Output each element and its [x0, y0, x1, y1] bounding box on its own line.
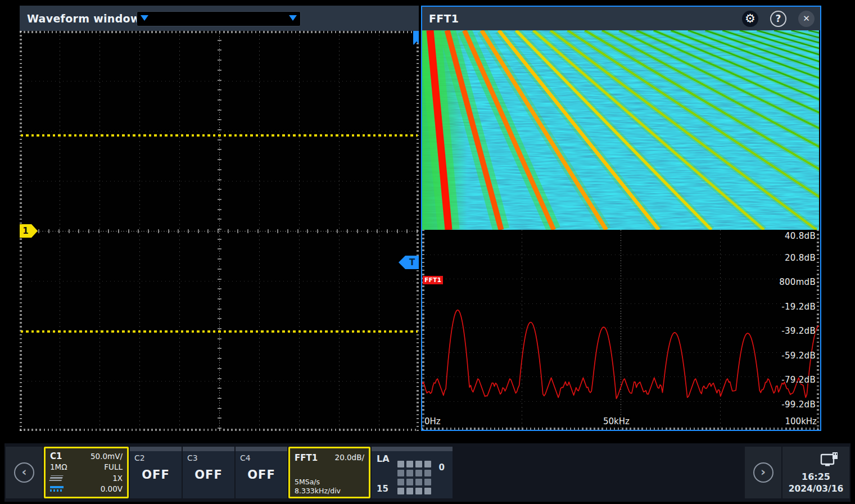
- db-axis-label: -79.2dB: [781, 375, 816, 385]
- fft1-panel[interactable]: FFT1 20.0dB/ 5MSa/s 8.333kHz/div: [288, 447, 370, 498]
- channel-c4-panel[interactable]: C4 OFF: [236, 447, 287, 498]
- c1-offset: 0.00V: [101, 484, 123, 493]
- la-grid-square: [424, 461, 431, 467]
- fft1-sample-rate: 5MSa/s: [295, 478, 320, 486]
- la-name: LA: [377, 453, 390, 464]
- la-grid-square: [415, 479, 422, 485]
- fft1-window-header: FFT1 ⚙ ? ✕: [422, 7, 820, 30]
- channel-c1-panel[interactable]: C1 50.0mV/ 1MΩ FULL 1X 0.00V: [44, 447, 129, 498]
- channel-c2-panel[interactable]: C2 OFF: [130, 447, 182, 498]
- c2-state: OFF: [130, 468, 182, 482]
- la-grid-square: [424, 488, 431, 494]
- waveform-grid-area: 1 T: [20, 31, 419, 431]
- la-value-low: 15: [377, 484, 388, 494]
- fft1-trace-badge[interactable]: FFT1: [423, 276, 443, 284]
- db-axis-label: 800mdB: [779, 277, 816, 287]
- logic-analyzer-panel[interactable]: LA 0 15: [372, 447, 453, 498]
- bottom-status-bar: ‹ C1 50.0mV/ 1MΩ FULL 1X 0.00V: [4, 443, 851, 502]
- waveform-window-header: Waveform window: [20, 6, 419, 31]
- db-axis-label: 20.8dB: [785, 253, 816, 263]
- clock-date: 2024/03/16: [782, 484, 849, 494]
- la-grid-square: [415, 461, 422, 467]
- la-channel-grid-icon: [397, 461, 432, 494]
- la-grid-square: [415, 488, 422, 494]
- c1-trace-high-level: [21, 134, 418, 137]
- c3-name: C3: [187, 453, 198, 462]
- la-grid-square: [424, 470, 431, 476]
- settings-gear-icon[interactable]: ⚙: [742, 11, 758, 27]
- db-axis-label: -19.2dB: [781, 302, 816, 312]
- chevron-left-icon: ‹: [14, 462, 34, 483]
- chevron-right-icon: ›: [753, 462, 773, 483]
- fft1-window: FFT1 ⚙ ? ✕: [421, 6, 821, 431]
- c2-name: C2: [134, 453, 145, 462]
- bandwidth-limit-icon: [50, 486, 64, 492]
- fft-spectrogram: [422, 30, 819, 230]
- c1-impedance: 1MΩ: [50, 462, 67, 471]
- prev-page-button[interactable]: ‹: [6, 447, 43, 498]
- channel-c3-panel[interactable]: C3 OFF: [183, 447, 234, 498]
- c4-name: C4: [240, 453, 251, 462]
- freq-axis-label-100khz: 100kHz: [785, 416, 817, 426]
- fft-trace: [422, 310, 819, 399]
- center-axis-ticks-v: [218, 31, 221, 431]
- c1-attenuation: 1X: [112, 474, 123, 483]
- channel-1-offset-marker[interactable]: 1: [20, 224, 31, 238]
- c1-scale: 50.0mV/: [91, 452, 123, 461]
- c3-state: OFF: [183, 468, 234, 482]
- close-icon[interactable]: ✕: [798, 11, 815, 27]
- fft1-scale: 20.0dB/: [335, 453, 364, 463]
- la-grid-square: [406, 479, 413, 485]
- c1-name: C1: [50, 451, 62, 461]
- la-grid-square: [397, 488, 404, 494]
- fft-spectrum-plot: 40.8dB20.8dB800mdB-19.2dB-39.2dB-59.2dB-…: [422, 230, 819, 430]
- la-grid-square: [397, 470, 404, 476]
- coupling-icon: [49, 475, 63, 481]
- dropdown-arrow-icon: [141, 15, 148, 21]
- fft1-window-title: FFT1: [429, 12, 459, 25]
- waveform-window-title: Waveform window: [27, 12, 141, 25]
- la-grid-square: [424, 479, 431, 485]
- next-page-button[interactable]: ›: [745, 447, 781, 498]
- fft1-name: FFT1: [295, 453, 318, 463]
- la-grid-square: [397, 461, 404, 467]
- freq-axis-label-50khz: 50kHz: [603, 416, 630, 426]
- la-grid-square: [397, 479, 404, 485]
- dropdown-arrow-icon: [289, 15, 297, 21]
- la-value-high: 0: [439, 462, 445, 473]
- c1-trace-low-level: [21, 330, 418, 333]
- waveform-window: Waveform window 1 T: [20, 6, 419, 431]
- la-grid-square: [406, 461, 413, 467]
- help-icon[interactable]: ?: [770, 11, 786, 27]
- system-status-panel[interactable]: 16:25 2024/03/16: [782, 447, 849, 498]
- db-axis-label: -39.2dB: [781, 326, 816, 336]
- freq-axis-label-0hz: 0Hz: [424, 416, 441, 426]
- fft1-freq-per-div: 8.333kHz/div: [295, 487, 341, 495]
- db-axis-label: 40.8dB: [785, 231, 816, 241]
- c4-state: OFF: [236, 468, 287, 482]
- c1-bandwidth: FULL: [104, 462, 123, 471]
- clock-time: 16:25: [782, 471, 849, 482]
- la-grid-square: [415, 470, 422, 476]
- db-axis-label: -99.2dB: [781, 399, 816, 410]
- waveform-source-dropdown[interactable]: [137, 11, 301, 26]
- trigger-level-marker[interactable]: T: [405, 256, 419, 269]
- la-grid-square: [406, 470, 413, 476]
- db-axis-label: -59.2dB: [781, 351, 816, 361]
- la-grid-square: [406, 488, 413, 494]
- monitor-usb-icon: [820, 451, 839, 468]
